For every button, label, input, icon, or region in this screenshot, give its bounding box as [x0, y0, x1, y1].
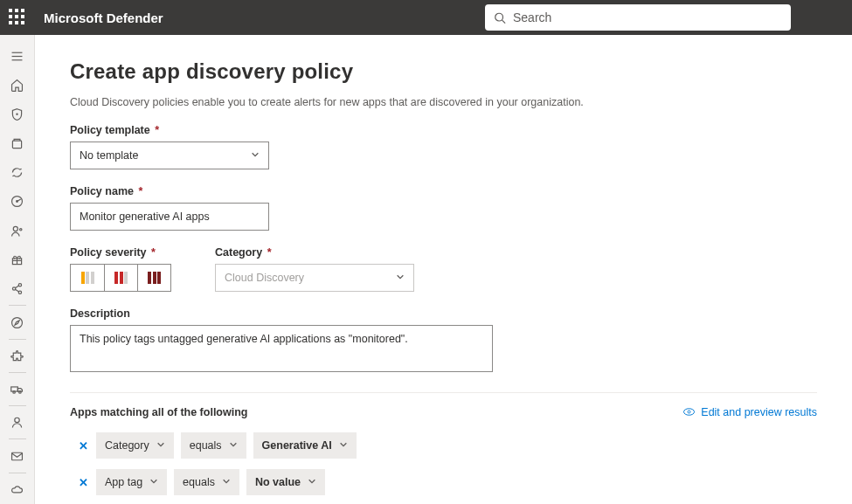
svg-line-1	[502, 20, 506, 24]
nav-shield-icon[interactable]	[0, 100, 35, 129]
main-content: Create app discovery policy Cloud Discov…	[35, 35, 852, 504]
filter-op-label: equals	[190, 439, 222, 452]
severity-high[interactable]	[137, 265, 170, 291]
svg-point-5	[17, 114, 17, 114]
policy-template-label: Policy template *	[70, 124, 817, 136]
nav-compass-icon[interactable]	[0, 307, 35, 336]
chevron-down-icon	[251, 149, 260, 162]
category-value: Cloud Discovery	[225, 272, 304, 284]
nav-person-icon[interactable]	[0, 217, 35, 245]
svg-line-18	[15, 290, 18, 293]
chevron-down-icon	[222, 476, 231, 488]
filter-row: ✕CategoryequalsGenerative AI	[77, 432, 817, 459]
chevron-down-icon	[308, 476, 316, 488]
svg-point-25	[684, 409, 695, 416]
description-input[interactable]	[70, 325, 493, 372]
chevron-down-icon	[149, 476, 158, 488]
filter-row: ✕App tagequalsNo value	[77, 469, 817, 495]
filter-op-chip[interactable]: equals	[181, 432, 246, 459]
svg-point-21	[13, 391, 16, 394]
category-select[interactable]: Cloud Discovery	[215, 264, 414, 292]
chevron-down-icon	[339, 439, 348, 452]
svg-point-22	[19, 391, 22, 394]
match-header: Apps matching all of the following	[70, 406, 247, 418]
svg-point-19	[12, 317, 23, 328]
filter-value-chip[interactable]: No value	[246, 469, 325, 495]
nav-sync-icon[interactable]	[0, 158, 35, 187]
nav-stack-icon[interactable]	[0, 129, 35, 158]
nav-radar-icon[interactable]	[0, 187, 35, 216]
svg-point-9	[13, 226, 17, 231]
filter-field-label: App tag	[105, 476, 142, 488]
svg-rect-6	[12, 141, 21, 148]
svg-point-10	[20, 228, 22, 230]
policy-template-value: No template	[80, 149, 138, 162]
svg-point-0	[495, 13, 503, 21]
nav-share-icon[interactable]	[0, 274, 35, 303]
remove-filter-icon[interactable]: ✕	[77, 476, 89, 489]
filter-field-chip[interactable]: Category	[96, 432, 174, 459]
preview-label: Edit and preview results	[701, 406, 817, 418]
app-launcher-icon[interactable]	[9, 9, 26, 26]
nav-home-icon[interactable]	[0, 71, 35, 100]
severity-medium[interactable]	[104, 265, 137, 291]
chevron-down-icon	[229, 439, 238, 452]
nav-puzzle-icon[interactable]	[0, 342, 35, 370]
filter-value-chip[interactable]: Generative AI	[253, 432, 357, 459]
svg-point-26	[688, 411, 690, 413]
nav-truck-icon[interactable]	[0, 375, 35, 404]
policy-template-select[interactable]: No template	[70, 142, 269, 169]
section-divider	[70, 392, 817, 393]
top-bar: Microsoft Defender	[0, 0, 852, 35]
filter-field-label: Category	[105, 439, 149, 452]
filter-value-label: Generative AI	[262, 439, 332, 452]
policy-name-label: Policy name *	[70, 185, 817, 197]
filter-field-chip[interactable]: App tag	[96, 469, 167, 495]
description-label: Description	[70, 307, 817, 320]
brand-title: Microsoft Defender	[44, 10, 163, 25]
page-title: Create app discovery policy	[70, 59, 817, 84]
filter-value-label: No value	[255, 476, 301, 488]
category-label: Category *	[215, 246, 414, 259]
nav-user-icon[interactable]	[0, 408, 35, 437]
chevron-down-icon	[396, 272, 405, 284]
remove-filter-icon[interactable]: ✕	[77, 439, 89, 452]
nav-hamburger-icon[interactable]	[0, 42, 35, 71]
search-box[interactable]	[485, 4, 791, 31]
nav-mail-icon[interactable]	[0, 441, 35, 470]
nav-cloud-icon[interactable]	[0, 475, 35, 504]
svg-line-17	[15, 286, 18, 288]
severity-low[interactable]	[71, 265, 104, 291]
svg-point-8	[17, 201, 18, 203]
page-intro: Cloud Discovery policies enable you to c…	[70, 96, 817, 108]
severity-label: Policy severity *	[70, 246, 171, 259]
chevron-down-icon	[156, 439, 165, 452]
search-input[interactable]	[513, 10, 782, 24]
search-icon	[494, 11, 506, 24]
policy-name-input[interactable]	[70, 203, 269, 231]
preview-results-link[interactable]: Edit and preview results	[682, 405, 817, 418]
nav-rail	[0, 35, 35, 504]
severity-group	[70, 264, 171, 292]
filter-op-label: equals	[183, 476, 215, 488]
eye-icon	[682, 405, 696, 418]
filter-op-chip[interactable]: equals	[174, 469, 239, 495]
svg-rect-24	[12, 452, 23, 460]
svg-point-23	[15, 418, 19, 423]
nav-gift-icon[interactable]	[0, 245, 35, 274]
